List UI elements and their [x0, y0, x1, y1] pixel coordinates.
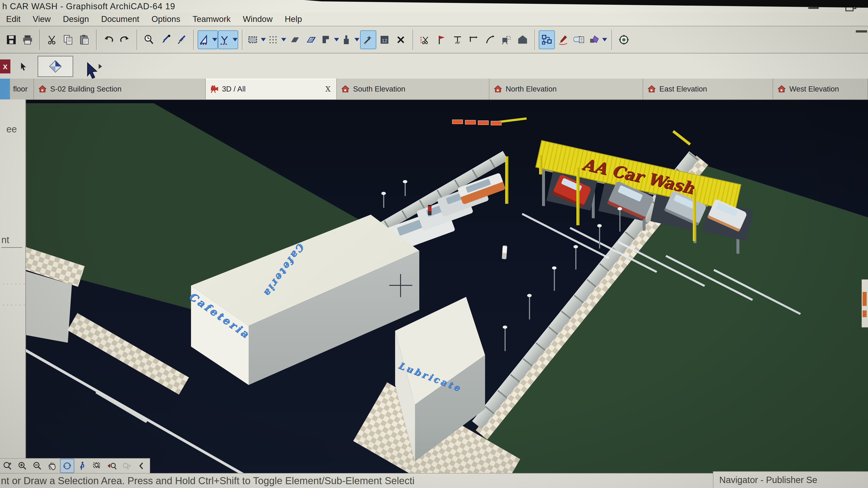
find-select-button[interactable] — [142, 31, 156, 48]
layout-link-button[interactable] — [539, 31, 554, 48]
zoom-adjust-button[interactable] — [1, 459, 14, 473]
minimize-icon — [808, 7, 819, 9]
dropdown-arrow-icon[interactable] — [212, 38, 217, 41]
menu-edit[interactable]: Edit — [0, 14, 27, 24]
menu-design[interactable]: Design — [57, 14, 95, 24]
tab-west-elevation[interactable]: West Elevation — [773, 78, 868, 99]
scrollbar-marker — [863, 311, 867, 317]
pickup-parameters-button[interactable] — [158, 31, 173, 48]
grid-snap-icon — [267, 34, 279, 46]
window-controls — [806, 1, 858, 12]
toolbar-separator — [193, 30, 194, 50]
collapse-button[interactable] — [135, 459, 148, 473]
orbit-button[interactable] — [61, 459, 74, 473]
dropdown-arrow-icon[interactable] — [334, 38, 339, 41]
tab-north-elevation[interactable]: North Elevation — [489, 78, 643, 99]
navigator-panel-header[interactable]: Navigator - Publisher Se — [713, 471, 868, 488]
cut-3d-button[interactable] — [417, 31, 432, 48]
lamp-post — [383, 195, 384, 208]
marquee-button[interactable] — [247, 31, 266, 48]
grid-snap-button[interactable] — [267, 31, 286, 48]
yellow-barrier — [672, 130, 691, 145]
paste-button[interactable] — [77, 31, 92, 48]
trim-button[interactable] — [287, 31, 303, 48]
menu-teamwork[interactable]: Teamwork — [186, 14, 237, 24]
tab-s-02-building-section[interactable]: S-02 Building Section — [34, 78, 206, 99]
roof-icon — [517, 34, 528, 46]
tab-close-icon[interactable]: X — [326, 85, 332, 93]
save-button[interactable] — [4, 31, 19, 48]
split-icon — [305, 34, 317, 46]
tab-east-elevation[interactable]: East Elevation — [643, 78, 773, 99]
target-icon — [618, 34, 630, 46]
solid-operations-button[interactable] — [320, 31, 339, 48]
yellow-post — [539, 155, 542, 174]
menu-view[interactable]: View — [27, 14, 57, 24]
tab-3d-all[interactable]: 3D / AllX — [206, 78, 337, 99]
render-button[interactable] — [588, 31, 607, 48]
target-button[interactable] — [616, 31, 631, 48]
menu-document[interactable]: Document — [95, 14, 145, 24]
delete-button[interactable] — [393, 31, 408, 48]
tab-south-elevation[interactable]: South Elevation — [337, 78, 489, 99]
toolbox-row: x — [0, 54, 868, 79]
schedule-button[interactable] — [572, 31, 587, 48]
renumber-button[interactable]: 12 — [377, 31, 392, 48]
inject-parameters-button[interactable] — [174, 31, 189, 48]
navigator-title: Navigator - Publisher Se — [719, 475, 817, 485]
annotate-pen-icon — [557, 34, 569, 46]
magic-wand-button[interactable] — [361, 31, 376, 48]
fit-in-window-button[interactable] — [90, 459, 103, 473]
marquee-icon — [247, 34, 258, 46]
toolbar-separator — [612, 30, 612, 50]
arc-guide-button[interactable] — [483, 31, 498, 48]
tab-label: S-02 Building Section — [50, 85, 122, 93]
main-toolbar: 12 — [0, 26, 868, 54]
toolbar-collapse-dash-icon[interactable] — [856, 30, 867, 33]
corner-guide-button[interactable] — [466, 31, 481, 48]
previous-zoom-button[interactable] — [105, 459, 119, 473]
snap-guides-button[interactable] — [219, 31, 238, 48]
elevation-house-icon — [777, 85, 786, 94]
pan-button[interactable] — [46, 459, 59, 473]
dropdown-arrow-icon[interactable] — [354, 38, 360, 41]
menu-options[interactable]: Options — [145, 14, 186, 24]
copy-button[interactable] — [61, 31, 75, 48]
menu-window[interactable]: Window — [237, 14, 279, 24]
red-marker — [491, 121, 502, 125]
undo-button[interactable] — [101, 31, 116, 48]
close-toolbar-button[interactable]: x — [0, 59, 10, 73]
camera-path-button[interactable] — [499, 31, 514, 48]
dropdown-arrow-icon[interactable] — [232, 38, 238, 41]
level-dimension-button[interactable] — [450, 31, 465, 48]
dropdown-arrow-icon[interactable] — [261, 38, 266, 41]
cut-button[interactable] — [44, 31, 59, 48]
annotate-pen-button[interactable] — [556, 31, 570, 48]
next-zoom-button[interactable] — [120, 459, 133, 473]
red-marker — [465, 120, 476, 125]
explore-button[interactable] — [75, 459, 89, 473]
print-button[interactable] — [20, 31, 35, 48]
zoom-in-button[interactable] — [16, 459, 29, 473]
marker-flag-button[interactable] — [434, 31, 449, 48]
dropdown-arrow-icon[interactable] — [602, 38, 607, 41]
guide-lines-button[interactable] — [198, 31, 217, 48]
minimize-button[interactable] — [806, 1, 822, 12]
arrow-tool-icon[interactable] — [37, 56, 73, 77]
zoom-out-button[interactable] — [31, 459, 44, 473]
lamp-post — [504, 328, 506, 351]
3d-viewport[interactable]: AA Car Wash Cafeteria Cafeteria Lubricat… — [0, 99, 868, 488]
redo-button[interactable] — [117, 31, 132, 48]
split-button[interactable] — [304, 31, 319, 48]
menu-bar: EditViewDesignDocumentOptionsTeamworkWin… — [0, 13, 868, 26]
status-bar: nt or Draw a Selection Area. Press and H… — [0, 473, 713, 488]
road-marking — [95, 391, 147, 423]
person-red-shirt — [428, 205, 432, 215]
menu-help[interactable]: Help — [279, 14, 308, 24]
bay-floor-line — [522, 213, 609, 259]
dropdown-arrow-icon[interactable] — [281, 38, 286, 41]
roof-button[interactable] — [515, 31, 530, 48]
restore-button[interactable] — [842, 1, 858, 12]
column-button[interactable] — [340, 31, 360, 48]
cut-icon — [46, 34, 58, 46]
